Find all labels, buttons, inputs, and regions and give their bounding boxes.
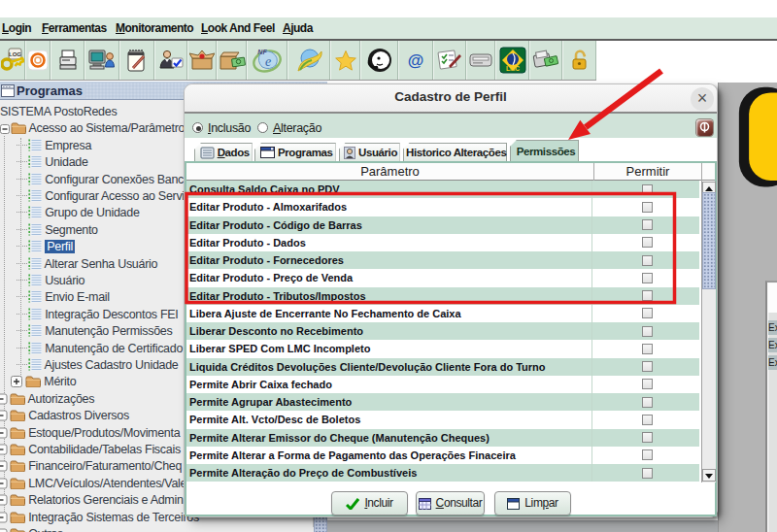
svg-text:e: e [265,54,271,69]
svg-text:NF: NF [257,49,267,55]
svg-text:LMC: LMC [505,65,519,72]
svg-text:@: @ [408,51,424,70]
svg-text:LOG: LOG [9,51,21,57]
